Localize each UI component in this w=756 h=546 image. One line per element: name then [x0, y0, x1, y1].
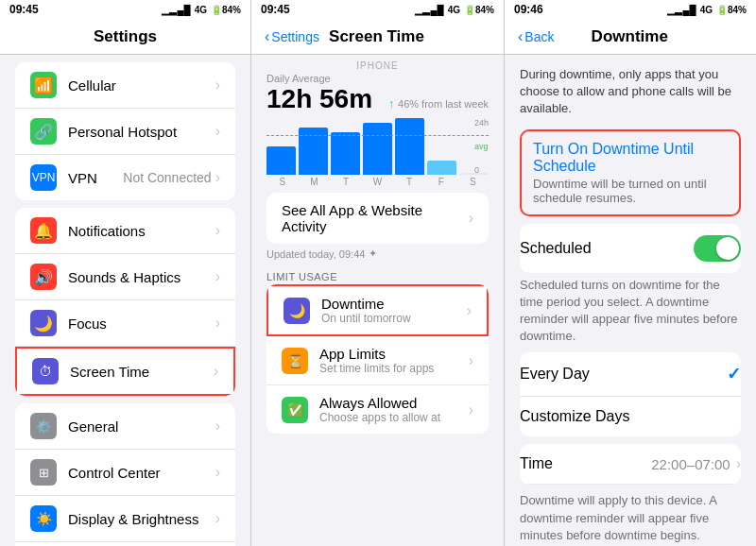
status-time-3: 09:46 [514, 3, 543, 16]
controlcenter-chevron: › [215, 464, 220, 481]
bar-chart: 24h avg 0 S M T W T F S [251, 118, 504, 187]
alwaysallowed-label: Always Allowed Choose apps to allow at [319, 395, 469, 424]
day-s1: S [266, 177, 299, 187]
settings-panel: 09:45 ▁▂▄█ 4G 🔋84% Settings 📶 Cellular ›… [0, 0, 251, 546]
settings-row-general[interactable]: ⚙️ General › [15, 403, 235, 450]
settings-row-homescreen[interactable]: ⊟ Home Screen & App Library › [15, 542, 235, 546]
screentime-chevron: › [214, 363, 218, 380]
settings-row-screentime[interactable]: ⏱ Screen Time › [15, 347, 235, 396]
settings-row-display[interactable]: ☀️ Display & Brightness › [15, 496, 235, 542]
bar-t1 [331, 132, 360, 175]
alwaysallowed-row[interactable]: ✅ Always Allowed Choose apps to allow at… [266, 385, 489, 434]
controlcenter-label: Control Center [68, 465, 215, 481]
alwaysallowed-sub: Choose apps to allow at [319, 411, 469, 424]
customizedays-row[interactable]: Customize Days [520, 397, 741, 436]
notifications-chevron: › [215, 222, 220, 239]
scheduled-desc: Scheduled turns on downtime for the time… [520, 273, 741, 353]
status-bar-2: 09:45 ▁▂▄█ 4G 🔋84% [251, 0, 504, 19]
status-icons-2: ▁▂▄█ 4G 🔋84% [415, 5, 494, 15]
scheduled-row: Scheduled [520, 224, 741, 273]
downtime-scroll[interactable]: During downtime, only apps that you choo… [505, 55, 756, 546]
panel3-title: Downtime [554, 27, 705, 46]
alwaysallowed-chevron: › [469, 401, 473, 418]
sounds-label: Sounds & Haptics [68, 269, 215, 285]
battery-icon-2: 🔋84% [464, 5, 494, 15]
panel2-header: ‹ Settings Screen Time [251, 19, 504, 55]
settings-row-notifications[interactable]: 🔔 Notifications › [15, 208, 235, 254]
turn-on-btn[interactable]: Turn On Downtime Until Schedule Downtime… [520, 129, 741, 216]
day-f: F [425, 177, 457, 187]
turn-on-sub: Downtime will be turned on until schedul… [533, 177, 728, 205]
pct-text: 46% from last week [398, 98, 489, 110]
settings-scroll[interactable]: 📶 Cellular › 🔗 Personal Hotspot › VPN VP… [0, 55, 250, 546]
vpn-label: VPN [68, 170, 123, 186]
time-chevron: › [736, 455, 741, 472]
cellular-label: Cellular [68, 77, 215, 94]
signal-icon-2: ▁▂▄█ [415, 5, 443, 15]
notifications-icon: 🔔 [30, 217, 57, 244]
applimits-sub: Set time limits for apps [319, 362, 469, 375]
day-t2: T [393, 177, 425, 187]
settings-row-vpn[interactable]: VPN VPN Not Connected › [15, 155, 235, 200]
time-value-dt: 22:00–07:00 [651, 456, 730, 472]
panel2-title: Screen Time [319, 27, 434, 46]
time-row-dt[interactable]: Time 22:00–07:00 › [520, 444, 741, 485]
screentime-scroll[interactable]: IPHONE Daily Average 12h 56m ↑ 46% from … [251, 55, 504, 546]
panel3-header: ‹ Back Downtime [505, 19, 756, 55]
see-all-row[interactable]: See All App & Website Activity › [266, 193, 489, 244]
status-bar-3: 09:46 ▁▂▄█ 4G 🔋84% [505, 0, 756, 19]
daily-avg-label: Daily Average [251, 71, 504, 84]
status-time-2: 09:45 [261, 3, 290, 16]
status-icons-3: ▁▂▄█ 4G 🔋84% [667, 5, 747, 15]
display-icon: ☀️ [30, 505, 57, 532]
time-group: Time 22:00–07:00 › [520, 444, 741, 485]
vpn-icon: VPN [30, 164, 57, 191]
bottom-desc: Downtime will apply to this device. A do… [520, 485, 741, 546]
everyday-row[interactable]: Every Day ✓ [520, 352, 741, 397]
downtime-row[interactable]: 🌙 Downtime On until tomorrow › [266, 284, 489, 336]
limit-usage-label: LIMIT USAGE [251, 264, 504, 284]
back-button-2[interactable]: ‹ Settings [265, 29, 319, 44]
avg-line [266, 135, 489, 136]
updated-row: Updated today, 09:44 ✦ [251, 244, 504, 264]
hotspot-icon: 🔗 [30, 118, 57, 145]
sounds-icon: 🔊 [30, 264, 57, 290]
day-s2: S [456, 177, 489, 187]
settings-row-cellular[interactable]: 📶 Cellular › [15, 62, 235, 109]
vpn-chevron: › [215, 169, 220, 186]
sounds-chevron: › [215, 268, 220, 285]
screentime-icon: ⏱ [32, 358, 59, 384]
bar-f [427, 161, 456, 175]
settings-row-sounds[interactable]: 🔊 Sounds & Haptics › [15, 254, 235, 300]
settings-row-hotspot[interactable]: 🔗 Personal Hotspot › [15, 109, 235, 155]
general-icon: ⚙️ [30, 413, 57, 439]
time-label: Time [520, 455, 651, 472]
settings-row-focus[interactable]: 🌙 Focus › [15, 300, 235, 347]
wifi-icon-1: 4G [195, 5, 207, 15]
chart-bars: 24h avg 0 [266, 118, 489, 175]
vpn-value: Not Connected [123, 170, 211, 185]
chart-top: 24h [474, 118, 489, 128]
back-chevron-3: ‹ [518, 29, 523, 44]
cellular-chevron: › [215, 77, 220, 94]
downtime-sub: On until tomorrow [321, 312, 467, 325]
applimits-row[interactable]: ⏳ App Limits Set time limits for apps › [266, 336, 489, 385]
hotspot-chevron: › [215, 123, 220, 140]
scheduled-toggle[interactable] [694, 235, 741, 262]
back-button-3[interactable]: ‹ Back [518, 29, 554, 44]
refresh-icon: ✦ [369, 247, 377, 260]
status-bar-1: 09:45 ▁▂▄█ 4G 🔋84% [0, 0, 250, 19]
pct-arrow: ↑ [388, 97, 394, 111]
time-value: 12h 56m [266, 84, 372, 114]
signal-icon-1: ▁▂▄█ [162, 5, 190, 15]
turn-on-label: Turn On Downtime Until Schedule [533, 141, 728, 175]
scheduled-group: Scheduled [520, 224, 741, 273]
see-all-chevron: › [469, 210, 473, 227]
days-group: Every Day ✓ Customize Days [520, 352, 741, 436]
settings-row-controlcenter[interactable]: ⊞ Control Center › [15, 450, 235, 496]
4g-icon-2: 4G [448, 5, 460, 15]
bar-s1 [266, 146, 296, 175]
customizedays-label: Customize Days [520, 408, 741, 425]
day-w: W [362, 177, 394, 187]
screentime-panel: 09:45 ▁▂▄█ 4G 🔋84% ‹ Settings Screen Tim… [251, 0, 505, 546]
